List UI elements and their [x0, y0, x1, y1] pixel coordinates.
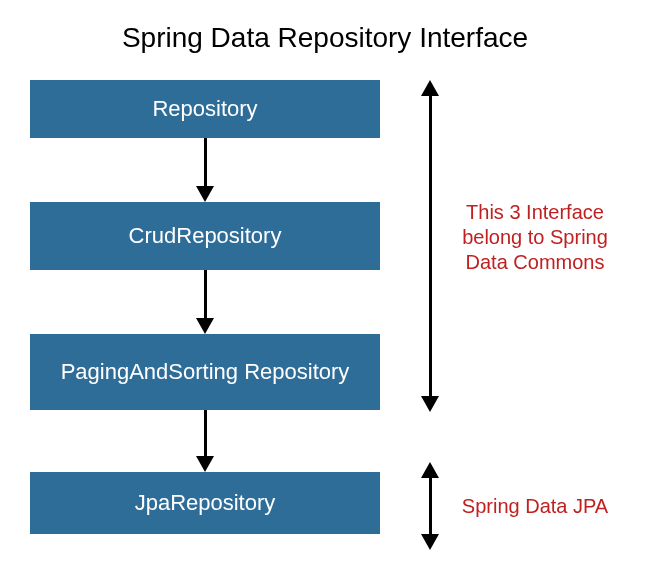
box-crud-repository: CrudRepository [30, 202, 380, 270]
box-repository: Repository [30, 80, 380, 138]
box-paging-sorting-repository: PagingAndSorting Repository [30, 334, 380, 410]
box-jpa-repository: JpaRepository [30, 472, 380, 534]
annotation-commons: This 3 Interface belong to Spring Data C… [450, 200, 620, 275]
page-title: Spring Data Repository Interface [0, 0, 650, 72]
box-crud-repository-label: CrudRepository [129, 223, 282, 248]
box-jpa-repository-label: JpaRepository [135, 490, 276, 515]
box-repository-label: Repository [152, 96, 257, 121]
box-paging-sorting-repository-label: PagingAndSorting Repository [61, 359, 350, 384]
annotation-jpa: Spring Data JPA [450, 494, 620, 519]
